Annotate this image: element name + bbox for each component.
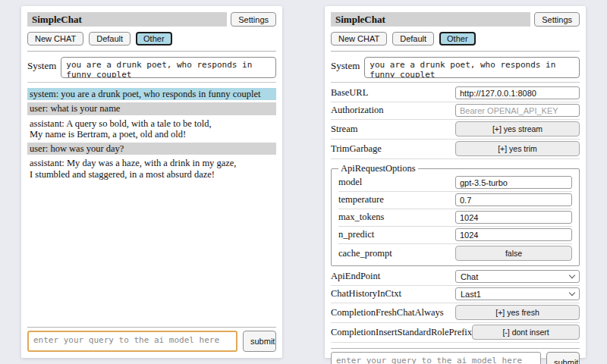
authorization-label: Authorization <box>331 105 455 116</box>
model-label: model <box>338 177 455 188</box>
api-endpoint-selected-value: Chat <box>461 272 478 281</box>
app-title: SimpleChat <box>331 12 530 27</box>
setting-row-completion-insert-role-prefix: CompletionInsertStandardRolePrefix [-] d… <box>331 323 580 343</box>
system-label: System <box>27 57 56 78</box>
session-other-button[interactable]: Other <box>136 32 172 46</box>
temperature-input[interactable] <box>455 193 572 206</box>
setting-row-cache-prompt: cache_prompt false <box>338 244 572 263</box>
api-endpoint-label: ApiEndPoint <box>331 271 455 282</box>
divider <box>331 51 580 52</box>
setting-row-max-tokens: max_tokens <box>338 209 572 227</box>
setting-row-completion-fresh-chat: CompletionFreshChatAlways [+] yes fresh <box>331 303 580 323</box>
stream-toggle-button[interactable]: [+] yes stream <box>455 121 580 136</box>
system-prompt-input[interactable]: you are a drunk poet, who responds in fu… <box>61 57 276 78</box>
query-input[interactable] <box>27 331 237 352</box>
setting-row-chat-history: ChatHistoryInCtxt Last1 <box>331 286 580 303</box>
setting-row-trim-garbage: TrimGarbage [+] yes trim <box>331 140 580 159</box>
session-other-button[interactable]: Other <box>439 32 476 46</box>
chat-message-assistant: assistant: A query so bold, with a tale … <box>27 118 276 141</box>
chat-history-select[interactable]: Last1 <box>455 287 580 300</box>
setting-row-model: model <box>338 174 572 192</box>
api-request-options-legend: ApiRequestOptions <box>338 163 418 174</box>
session-default-button[interactable]: Default <box>89 32 131 46</box>
system-prompt-row: System you are a drunk poet, who respond… <box>27 57 276 78</box>
chevron-down-icon <box>569 290 575 296</box>
system-label: System <box>331 57 360 78</box>
setting-row-baseurl: BaseURL <box>331 85 580 102</box>
header-row: SimpleChat Settings <box>27 12 276 27</box>
api-endpoint-select[interactable]: Chat <box>455 270 580 283</box>
chat-message-assistant: assistant: My day was a haze, with a dri… <box>27 157 276 180</box>
setting-row-api-endpoint: ApiEndPoint Chat <box>331 268 580 286</box>
cache-prompt-toggle-button[interactable]: false <box>455 246 572 261</box>
query-input[interactable] <box>331 352 541 364</box>
divider <box>27 82 276 83</box>
settings-button[interactable]: Settings <box>534 12 580 27</box>
chat-message-system: system: you are a drunk poet, who respon… <box>27 88 276 100</box>
baseurl-input[interactable] <box>455 86 580 99</box>
submit-button[interactable]: submit <box>546 352 580 364</box>
system-prompt-input[interactable]: you are a drunk poet, who responds in fu… <box>364 57 580 78</box>
divider <box>27 327 276 328</box>
session-default-button[interactable]: Default <box>392 32 434 46</box>
divider <box>331 82 580 83</box>
cache-prompt-label: cache_prompt <box>338 248 455 259</box>
new-chat-button[interactable]: New CHAT <box>331 32 387 46</box>
chat-history: system: you are a drunk poet, who respon… <box>27 86 276 183</box>
chat-message-user: user: what is your name <box>27 102 276 115</box>
new-chat-button[interactable]: New CHAT <box>27 32 83 46</box>
authorization-input[interactable] <box>455 104 580 117</box>
chat-message-user: user: how was your day? <box>27 143 276 155</box>
max-tokens-label: max_tokens <box>338 212 455 223</box>
completion-fresh-chat-toggle-button[interactable]: [+] yes fresh <box>455 305 580 320</box>
completion-insert-role-prefix-toggle-button[interactable]: [-] dont insert <box>472 325 580 340</box>
chat-history-label: ChatHistoryInCtxt <box>331 288 455 300</box>
n-predict-label: n_predict <box>338 229 455 240</box>
api-request-options-fieldset: ApiRequestOptions model temperature max_… <box>331 163 580 266</box>
settings-list: BaseURL Authorization Stream [+] yes str… <box>331 85 580 343</box>
query-row: submit <box>331 352 580 364</box>
header-row: SimpleChat Settings <box>331 12 580 27</box>
completion-fresh-chat-label: CompletionFreshChatAlways <box>331 307 455 318</box>
settings-view-panel: SimpleChat Settings New CHAT Default Oth… <box>325 6 586 358</box>
spacer <box>27 183 276 322</box>
n-predict-input[interactable] <box>455 228 572 241</box>
model-input[interactable] <box>455 176 572 189</box>
trim-garbage-toggle-button[interactable]: [+] yes trim <box>455 141 580 156</box>
setting-row-authorization: Authorization <box>331 102 580 120</box>
session-row: New CHAT Default Other <box>27 32 276 46</box>
submit-button[interactable]: submit <box>243 331 276 352</box>
chat-view-panel: SimpleChat Settings New CHAT Default Oth… <box>21 6 282 358</box>
divider <box>27 51 276 52</box>
temperature-label: temperature <box>338 194 455 206</box>
max-tokens-input[interactable] <box>455 211 572 224</box>
query-row: submit <box>27 331 276 352</box>
system-prompt-row: System you are a drunk poet, who respond… <box>331 57 580 78</box>
baseurl-label: BaseURL <box>331 87 455 99</box>
setting-row-temperature: temperature <box>338 192 572 209</box>
setting-row-stream: Stream [+] yes stream <box>331 120 580 140</box>
stream-label: Stream <box>331 124 455 135</box>
setting-row-n-predict: n_predict <box>338 227 572 244</box>
chevron-down-icon <box>569 272 575 278</box>
app-title: SimpleChat <box>27 12 227 27</box>
completion-insert-role-prefix-label: CompletionInsertStandardRolePrefix <box>331 327 472 338</box>
settings-button[interactable]: Settings <box>231 12 276 27</box>
trim-garbage-label: TrimGarbage <box>331 143 455 155</box>
session-row: New CHAT Default Other <box>331 32 580 46</box>
divider <box>331 348 580 349</box>
chat-history-selected-value: Last1 <box>461 290 481 299</box>
